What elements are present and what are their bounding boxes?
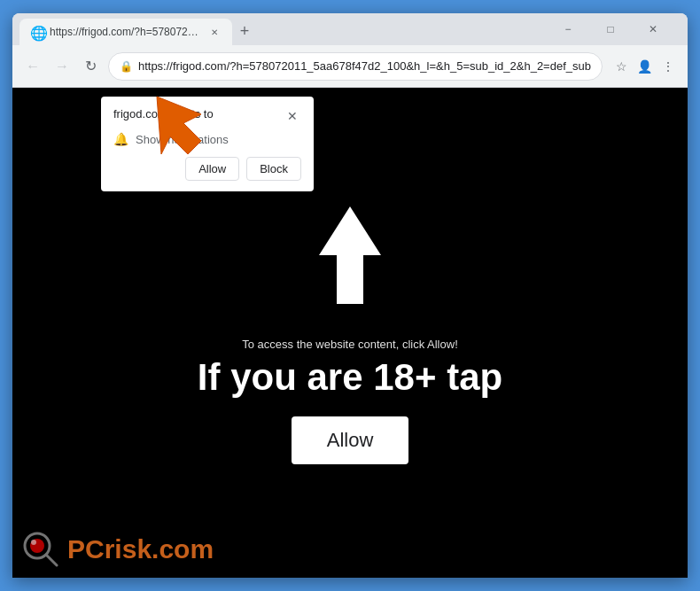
back-button[interactable]: ← xyxy=(21,54,45,79)
toolbar-icons: ☆ 👤 ⋮ xyxy=(611,56,679,77)
orange-arrow-icon xyxy=(152,92,223,163)
new-tab-icon: + xyxy=(240,22,250,41)
account-icon[interactable]: 👤 xyxy=(634,56,656,77)
new-tab-button[interactable]: + xyxy=(232,19,257,43)
pcrisk-logo-icon xyxy=(21,530,60,569)
svg-point-5 xyxy=(31,540,36,545)
refresh-button[interactable]: ↻ xyxy=(79,54,103,79)
bell-icon: 🔔 xyxy=(113,132,128,146)
tab-favicon: 🌐 xyxy=(30,25,44,39)
tab-title: https://frigod.com/?h=57807201... xyxy=(50,26,202,38)
lock-icon: 🔒 xyxy=(120,60,133,73)
maximize-button[interactable]: □ xyxy=(590,17,631,42)
close-button[interactable]: ✕ xyxy=(633,17,673,42)
window-controls: − □ ✕ xyxy=(548,17,681,45)
browser-window: 🌐 https://frigod.com/?h=57807201... ✕ + … xyxy=(12,13,688,578)
forward-icon: → xyxy=(55,58,69,74)
address-bar: ← → ↻ 🔒 https://frigod.com/?h=578072011_… xyxy=(12,45,688,88)
tab-close-button[interactable]: ✕ xyxy=(207,25,222,39)
svg-marker-1 xyxy=(157,97,201,154)
forward-button[interactable]: → xyxy=(51,54,74,79)
allow-button-website[interactable]: Allow xyxy=(292,416,409,464)
url-bar[interactable]: 🔒 https://frigod.com/?h=578072011_5aa678… xyxy=(108,52,603,81)
svg-marker-0 xyxy=(319,206,381,304)
content-area: To access the website content, click All… xyxy=(12,88,688,578)
browser-tab[interactable]: 🌐 https://frigod.com/?h=57807201... ✕ xyxy=(19,19,232,45)
bookmark-icon[interactable]: ☆ xyxy=(611,56,633,77)
up-arrow-icon xyxy=(315,202,385,320)
svg-line-4 xyxy=(46,555,57,565)
pcrisk-watermark-text: PCrisk.com xyxy=(67,534,214,564)
tab-bar: 🌐 https://frigod.com/?h=57807201... ✕ + … xyxy=(12,13,688,45)
refresh-icon: ↻ xyxy=(85,58,97,74)
url-text: https://frigod.com/?h=578072011_5aa678f4… xyxy=(138,59,591,73)
watermark: PCrisk.com xyxy=(21,530,214,569)
minimize-button[interactable]: − xyxy=(548,17,588,42)
block-button-popup[interactable]: Block xyxy=(246,157,301,181)
cursor-arrow-wrapper xyxy=(152,92,223,167)
menu-icon[interactable]: ⋮ xyxy=(657,56,679,77)
website-small-text: To access the website content, click All… xyxy=(242,338,458,351)
back-icon: ← xyxy=(26,58,40,74)
popup-close-button[interactable]: ✕ xyxy=(284,107,301,125)
website-large-text: If you are 18+ tap xyxy=(198,356,502,399)
